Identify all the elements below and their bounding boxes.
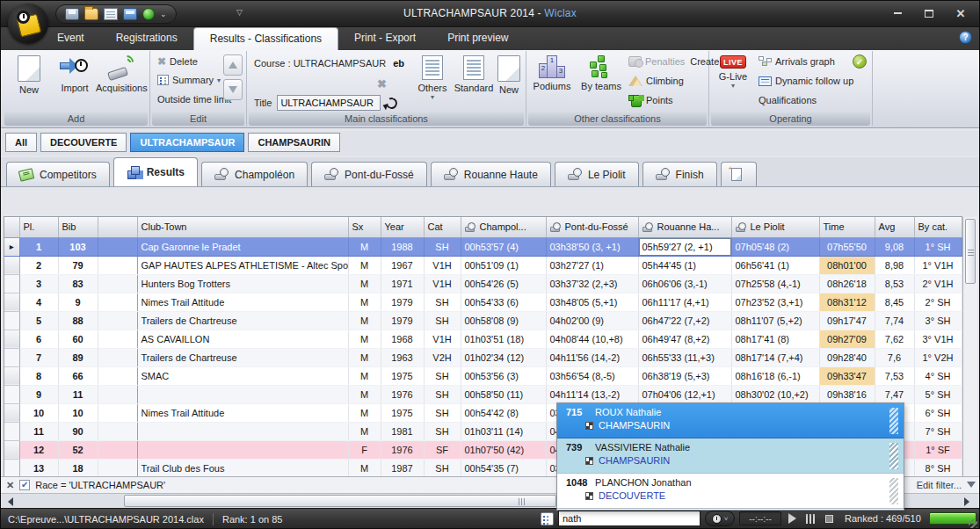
column-header[interactable]: Rouanne Ha... [638,217,731,237]
cell-blank[interactable] [98,330,137,348]
cell-rouanne-haute-split[interactable]: 06h06'06 (3,-1) [638,274,731,293]
cell-by-category[interactable]: 1° V1H [914,256,962,274]
qualifications-button[interactable]: Qualifications [759,95,817,105]
cell-club-town[interactable]: SMAC [137,366,348,385]
cell-category[interactable]: V1H [424,256,461,274]
remove-classification-icon[interactable]: ✖ [377,77,387,91]
cell-place[interactable]: 13 [19,459,58,477]
cell-place[interactable]: 2 [19,256,58,274]
cell-place[interactable]: 9 [19,385,58,403]
cell-pont-du-fosse-split[interactable]: 04h08'44 (10,+8) [546,330,638,348]
cell-le-piolit-split[interactable]: 07h25'58 (4,-1) [731,274,819,293]
cell-club-town[interactable]: Trail Club des Fous [137,459,348,477]
sheet-tab[interactable]: Le Piolit [555,162,639,186]
ribbon-tab[interactable]: Print preview [432,27,524,50]
row-selector[interactable] [4,311,19,330]
cell-club-town[interactable]: AS CAVAILLON [137,330,348,348]
cell-rouanne-haute-split[interactable]: 06h11'17 (4,+1) [638,293,731,311]
cell-le-piolit-split[interactable]: 08h17'41 (8) [731,330,819,348]
view-panel-icon[interactable] [123,8,137,20]
cell-blank[interactable] [98,293,137,311]
table-row[interactable]: 8 66 SMAC M 1975 SH 00h53'56 (3) 03h56'5… [4,366,962,385]
points-button[interactable]: Points [628,95,673,105]
cell-category[interactable]: SH [424,385,461,403]
column-header[interactable]: Pl. [19,217,58,237]
cell-by-category[interactable]: 8° SH [914,459,962,477]
cell-time[interactable]: 08h01'00 [819,256,875,274]
row-selector[interactable] [4,422,19,440]
new-button[interactable]: New [6,54,52,110]
ribbon-tab[interactable]: Print - Export [338,27,432,50]
cell-champoleon-split[interactable]: 00h58'08 (9) [461,311,546,330]
sheet-tab[interactable]: Finish [642,162,717,186]
cell-year[interactable]: 1979 [381,293,424,311]
race-filter-button[interactable]: CHAMPSAURIN [248,133,340,152]
cell-blank[interactable] [98,256,137,274]
column-header[interactable] [4,217,19,237]
cell-club-town[interactable]: Trailers de Chartreuse [137,311,348,330]
row-selector[interactable] [4,459,19,477]
drag-handle[interactable] [889,478,898,504]
cell-average[interactable]: 8,98 [875,256,914,274]
cell-rouanne-haute-split[interactable]: 06h49'47 (8,+2) [638,330,731,348]
cell-blank[interactable] [98,459,137,477]
cell-club-town[interactable]: GAP HAUTES ALPES ATHLETISME - Altec Spor… [137,256,348,274]
column-header[interactable]: Time [819,217,875,237]
column-header[interactable]: Year [381,217,424,237]
cell-by-category[interactable]: 7° SH [914,422,962,440]
cell-by-category[interactable]: 5° SH [914,385,962,403]
minimize-button[interactable] [888,7,907,19]
cell-year[interactable]: 1975 [381,403,424,422]
cell-sex[interactable]: M [348,237,381,256]
stop-icon[interactable] [825,515,833,523]
cell-pont-du-fosse-split[interactable]: 03h27'27 (1) [546,256,638,274]
cell-champoleon-split[interactable]: 00h54'35 (7) [461,459,546,477]
row-selector[interactable] [4,440,19,459]
cell-club-town[interactable] [137,385,348,403]
cell-bib[interactable]: 18 [58,459,98,477]
cell-rouanne-haute-split[interactable]: 05h44'45 (1) [638,256,731,274]
cell-champoleon-split[interactable]: 00h54'33 (6) [461,293,546,311]
cell-sex[interactable]: M [348,293,381,311]
cell-average[interactable]: 7,6 [875,348,914,366]
drag-handle[interactable] [889,408,898,434]
cell-pont-du-fosse-split[interactable]: 03h56'54 (8,-5) [546,366,638,385]
pause-icon[interactable] [806,514,815,524]
cell-year[interactable]: 1968 [381,330,424,348]
cell-club-town[interactable]: Hunters Bog Trotters [137,274,348,293]
podiums-button[interactable]: 123 Podiums [528,54,576,110]
table-row[interactable]: 9 11 M 1976 SH 00h58'50 (11) 04h11'14 (1… [4,385,962,403]
race-filter-button[interactable]: All [5,133,37,152]
search-input[interactable] [558,511,701,526]
cell-sex[interactable]: M [348,274,381,293]
cell-category[interactable]: SH [424,459,461,477]
cell-sex[interactable]: M [348,348,381,366]
column-header[interactable]: Pont-du-Fossé [546,217,638,237]
cell-place[interactable]: 5 [19,311,58,330]
cell-sex[interactable]: M [348,311,381,330]
cell-average[interactable]: 8,53 [875,274,914,293]
search-result-item[interactable]: 1048 PLANCHON Jonathan DECOUVERTE [557,474,904,509]
cell-time[interactable]: 09h28'40 [819,348,875,366]
cell-place[interactable]: 7 [19,348,58,366]
cell-le-piolit-split[interactable]: 07h05'48 (2) [731,237,819,256]
arrivals-graph-button[interactable]: Arrivals graph [759,56,835,67]
cell-blank[interactable] [98,422,137,440]
sheet-tab[interactable]: Champoléon [201,162,308,186]
column-header[interactable]: Club-Town [137,217,348,237]
cell-bib[interactable]: 83 [58,274,98,293]
column-header[interactable]: Cat [424,217,461,237]
refresh-icon[interactable] [385,96,400,111]
close-filter-icon[interactable]: ✕ [6,480,14,491]
cell-category[interactable]: SH [424,366,461,385]
cell-club-town[interactable]: Nimes Trail Attitude [137,293,348,311]
summary-button[interactable]: Summary ▾ [157,75,221,85]
cell-pont-du-fosse-split[interactable]: 04h02'00 (9) [546,311,638,330]
cell-bib[interactable]: 52 [58,440,98,459]
cell-place[interactable]: 6 [19,330,58,348]
cell-champoleon-split[interactable]: 00h53'57 (4) [461,237,546,256]
row-selector[interactable] [4,293,19,311]
cell-champoleon-split[interactable]: 00h51'09 (1) [461,256,546,274]
cell-sex[interactable]: M [348,403,381,422]
resize-grip[interactable] [969,519,977,528]
